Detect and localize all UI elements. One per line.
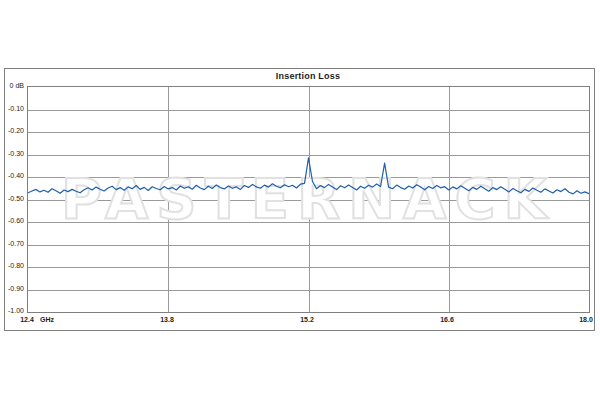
insertion-loss-trace <box>28 158 589 194</box>
y-tick-label: -0.40 <box>1 172 24 180</box>
x-tick-label: 13.8 <box>152 316 182 323</box>
y-tick-label: -0.50 <box>1 195 24 203</box>
y-tick-label: -0.80 <box>1 262 24 270</box>
x-tick-label: 16.6 <box>432 316 462 323</box>
trace-svg <box>28 87 589 312</box>
x-tick-label: 15.2 <box>292 316 322 323</box>
y-tick-label: -0.10 <box>1 105 24 113</box>
x-tick-label: 18.0 <box>571 316 600 323</box>
y-tick-label: -0.30 <box>1 150 24 158</box>
y-tick-label: 0 dB <box>1 82 24 90</box>
x-axis-unit: GHz <box>40 316 64 323</box>
plot-area: PASTERNACK <box>27 86 590 313</box>
y-tick-label: -0.60 <box>1 217 24 225</box>
x-tick-label: 12.4 <box>12 316 42 323</box>
chart-title: Insertion Loss <box>27 71 589 81</box>
y-tick-label: -0.20 <box>1 127 24 135</box>
y-tick-label: -0.70 <box>1 240 24 248</box>
y-tick-label: -0.90 <box>1 285 24 293</box>
insertion-loss-chart: Insertion Loss PASTERNACK 0 dB -0.10 -0.… <box>0 0 600 400</box>
y-tick-label: -1.00 <box>1 307 24 315</box>
